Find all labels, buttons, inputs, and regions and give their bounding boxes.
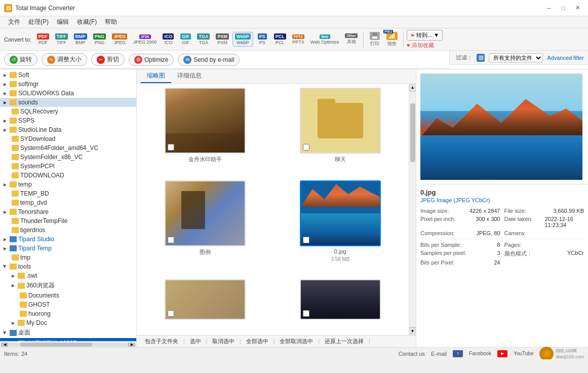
goto-button[interactable]: ➤ 转到... ▼ — [407, 30, 443, 41]
thumb-item-6[interactable] — [276, 279, 405, 331]
tree-item-tipard-studio[interactable]: ▶ Tipard Studio — [0, 235, 136, 244]
thumb-item-5[interactable] — [141, 279, 270, 331]
thumb-checkbox-5[interactable] — [168, 310, 174, 317]
tab-detail[interactable]: 详细信息 — [171, 69, 208, 83]
tree-arrow[interactable]: ▶ — [2, 236, 8, 242]
tab-thumbnail[interactable]: 缩略图 — [141, 69, 171, 83]
tree-item-systempcpi[interactable]: SystemPCPI — [0, 162, 136, 171]
tree-item-ssps[interactable]: ▶ SSPS — [0, 116, 136, 125]
facebook-text[interactable]: Facebook — [469, 351, 491, 356]
format-png[interactable]: PNG PNG — [91, 32, 109, 47]
print-button[interactable]: 打印 — [367, 30, 383, 49]
scroll-thumb[interactable] — [20, 343, 92, 347]
thumb-checkbox-4[interactable] — [303, 237, 309, 243]
resize-button[interactable]: ⤡ 调整大小 — [42, 53, 87, 66]
scroll-track[interactable] — [8, 343, 128, 347]
minimize-button[interactable]: ─ — [542, 3, 556, 13]
format-tga[interactable]: TGA TGA — [194, 32, 212, 47]
tree-item-system64[interactable]: System64Folder_amd64_VC — [0, 143, 136, 153]
tree-arrow[interactable]: ▶ — [2, 245, 8, 251]
tree-item-temp-bd[interactable]: TEMP_BD — [0, 189, 136, 198]
tree-item-sounds[interactable]: ▶ sounds — [0, 98, 136, 107]
contact-us-link[interactable]: Contact us — [398, 351, 425, 357]
thumb-item-4[interactable]: 0.jpg 3.58 MB — [276, 180, 405, 273]
tree-item-tenorshare[interactable]: ▶ Tenorshare — [0, 207, 136, 216]
tree-item-huorong[interactable]: huorong — [0, 309, 136, 318]
thumb-img-6[interactable] — [300, 279, 381, 320]
scroll-thumb-v[interactable] — [410, 103, 415, 162]
tree-arrow-expanded[interactable]: ▶ — [2, 330, 8, 336]
thumb-item-3[interactable]: 图例 — [141, 180, 270, 273]
tree-item-temp[interactable]: ▶ temp — [0, 180, 136, 189]
format-bmp[interactable]: BMP BMP — [71, 32, 90, 47]
tree-item-systemfolder[interactable]: SystemFolder_x86_VC — [0, 153, 136, 162]
deselect-all-button[interactable]: 全部取消选中 — [276, 337, 317, 346]
tree-item-sydownload[interactable]: SYDownload — [0, 134, 136, 143]
tree-item-thundertemp[interactable]: ThunderTempFile — [0, 216, 136, 226]
format-ps[interactable]: PS PS — [254, 32, 270, 47]
scroll-left-button[interactable]: ◀ — [1, 343, 8, 347]
tree-item-studioline[interactable]: ▶ StudioLine Data — [0, 125, 136, 134]
format-webp[interactable]: WebP WebP — [232, 32, 253, 47]
advanced-filter-button[interactable]: Advanced filter — [547, 55, 584, 61]
restore-selection-button[interactable]: 还原上一次选择 — [321, 337, 368, 346]
tree-item-mydoc[interactable]: ▶ My Doc — [0, 318, 136, 327]
tree-item-temp-dvd[interactable]: temp_dvd — [0, 198, 136, 207]
close-button[interactable]: ✕ — [571, 3, 584, 13]
thumb-img-3[interactable] — [165, 180, 246, 246]
tree-arrow[interactable]: ▶ — [2, 118, 8, 124]
tree-item-sqlrecovery[interactable]: SQLRecovery — [0, 107, 136, 116]
horizontal-scrollbar[interactable]: ◀ ▶ — [0, 341, 136, 347]
deselect-button[interactable]: 取消选中 — [208, 337, 239, 346]
thumb-checkbox-2[interactable] — [303, 144, 309, 151]
format-other[interactable]: Other 其他 — [342, 32, 360, 47]
tree-item-tipard-temp[interactable]: ▶ Tipard Temp — [0, 244, 136, 253]
scroll-up-button[interactable]: ▲ — [409, 84, 416, 92]
optimize-button[interactable]: ⚙ Optimize — [129, 54, 174, 66]
tree-item-desktop[interactable]: ▶ 桌面 — [0, 327, 136, 338]
thumb-img-4[interactable] — [300, 180, 381, 246]
format-pxm[interactable]: PXM PXM — [213, 32, 231, 47]
tree-item-ghost[interactable]: GHOST — [0, 300, 136, 309]
menu-favorites[interactable]: 收藏(F) — [73, 17, 101, 27]
thumb-img-1[interactable] — [165, 88, 246, 154]
email-link[interactable]: E-mail — [431, 351, 447, 357]
tree-item-soft[interactable]: ▶ Soft — [0, 70, 136, 80]
format-jpeg[interactable]: JPEG JPEG — [109, 32, 130, 47]
format-jp2k[interactable]: JP2K JPEG 2000 — [131, 33, 159, 46]
thumb-img-2[interactable] — [300, 88, 381, 154]
thumb-checkbox-1[interactable] — [168, 144, 174, 151]
menu-process[interactable]: 处理(P) — [24, 17, 53, 27]
tree-arrow[interactable]: ▶ — [10, 273, 16, 279]
thumb-img-5[interactable] — [165, 279, 246, 320]
include-subfolders-button[interactable]: 包含子文件夹 — [141, 337, 182, 346]
thumb-checkbox-3[interactable] — [168, 237, 174, 243]
tree-arrow[interactable]: ▶ — [2, 209, 8, 215]
tree-arrow[interactable]: ▶ — [2, 127, 8, 133]
youtube-icon[interactable]: ▶ — [497, 350, 507, 357]
tree-item-swt[interactable]: ▶ .swt — [0, 271, 136, 280]
crop-button[interactable]: ✂ 剪切 — [91, 53, 125, 66]
menu-help[interactable]: 帮助 — [101, 17, 121, 27]
tree-arrow[interactable]: ▶ — [10, 320, 16, 326]
menu-edit[interactable]: 编辑 — [53, 17, 73, 27]
tree-arrow[interactable]: ▶ — [10, 283, 16, 289]
tree-item-tools[interactable]: ▶ tools — [0, 262, 136, 271]
tree-arrow[interactable]: ▶ — [2, 90, 8, 96]
tree-item-documents[interactable]: Documents — [0, 291, 136, 300]
tree-item-tigerdrios[interactable]: tigerdrios — [0, 226, 136, 235]
facebook-icon[interactable]: f — [453, 350, 463, 357]
scroll-right-button[interactable]: ▶ — [128, 343, 135, 347]
scroll-track-v[interactable] — [409, 92, 416, 327]
tree-arrow[interactable]: ▶ — [2, 181, 8, 188]
scroll-down-button[interactable]: ▼ — [409, 327, 416, 335]
format-tiff[interactable]: TIFF TIFF — [53, 32, 70, 47]
maximize-button[interactable]: □ — [557, 3, 570, 13]
tree-arrow[interactable]: ▶ — [2, 81, 8, 87]
tree-item-tddownload[interactable]: TDDOWNLOAD — [0, 171, 136, 180]
thumb-checkbox-6[interactable] — [303, 310, 309, 317]
format-pdf[interactable]: PDF PDF — [34, 32, 52, 47]
thumb-item-1[interactable]: 金舟水印助手 — [141, 88, 270, 174]
filter-select[interactable]: 所有支持的文件 — [489, 53, 543, 62]
tree-item-solidworks[interactable]: ▶ SOLIDWORKS Data — [0, 89, 136, 98]
